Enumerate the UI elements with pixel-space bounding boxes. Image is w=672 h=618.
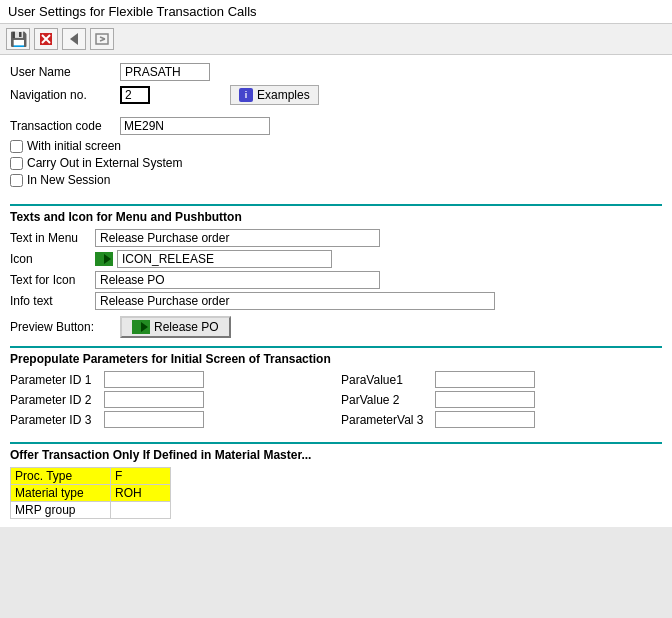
param-id-2-label: Parameter ID 2 xyxy=(10,393,100,407)
examples-button[interactable]: i Examples xyxy=(230,85,319,105)
param-id-3-label: Parameter ID 3 xyxy=(10,413,100,427)
parameter-val-3-label: ParameterVal 3 xyxy=(341,413,431,427)
examples-label: Examples xyxy=(257,88,310,102)
preview-btn-label: Release PO xyxy=(154,320,219,334)
parameter-val-3-input[interactable] xyxy=(435,411,535,428)
nav-no-row: Navigation no. i Examples xyxy=(10,85,662,105)
preview-button[interactable]: Release PO xyxy=(120,316,231,338)
text-for-icon-input[interactable] xyxy=(95,271,380,289)
param-id-2-row: Parameter ID 2 xyxy=(10,391,331,408)
window-title: User Settings for Flexible Transaction C… xyxy=(0,0,672,24)
text-for-icon-label: Text for Icon xyxy=(10,273,95,287)
transaction-code-input[interactable] xyxy=(120,117,270,135)
toolbar: 💾 xyxy=(0,24,672,55)
in-new-session-checkbox[interactable] xyxy=(10,174,23,187)
text-in-menu-row: Text in Menu xyxy=(10,229,662,247)
param-id-1-row: Parameter ID 1 xyxy=(10,371,331,388)
carry-out-label: Carry Out in External System xyxy=(27,156,182,170)
flag-icon xyxy=(95,252,113,266)
transaction-code-label: Transaction code xyxy=(10,119,120,133)
svg-marker-3 xyxy=(70,33,78,45)
save-button[interactable]: 💾 xyxy=(6,28,30,50)
table-cell-value[interactable]: F xyxy=(111,468,171,485)
with-initial-screen-checkbox[interactable] xyxy=(10,140,23,153)
text-for-icon-row: Text for Icon xyxy=(10,271,662,289)
table-cell-label: Proc. Type xyxy=(11,468,111,485)
svg-rect-4 xyxy=(96,34,108,44)
preview-flag-icon xyxy=(132,320,150,334)
table-cell-value[interactable] xyxy=(111,502,171,519)
table-cell-label: Material type xyxy=(11,485,111,502)
svg-line-6 xyxy=(100,39,105,41)
info-text-label: Info text xyxy=(10,294,95,308)
icon-label: Icon xyxy=(10,252,95,266)
transaction-code-row: Transaction code xyxy=(10,117,662,135)
table-cell-value[interactable]: ROH xyxy=(111,485,171,502)
delete-button[interactable] xyxy=(34,28,58,50)
preview-section: Preview Button: Release PO xyxy=(10,316,662,338)
para-value-1-row: ParaValue1 xyxy=(341,371,662,388)
table-cell-label: MRP group xyxy=(11,502,111,519)
text-in-menu-label: Text in Menu xyxy=(10,231,95,245)
parameter-val-3-row: ParameterVal 3 xyxy=(341,411,662,428)
forward-button[interactable] xyxy=(90,28,114,50)
para-value-1-input[interactable] xyxy=(435,371,535,388)
info-icon: i xyxy=(239,88,253,102)
main-content: User Name Navigation no. i Examples Tran… xyxy=(0,55,672,527)
param-id-3-input[interactable] xyxy=(104,411,204,428)
info-text-input[interactable] xyxy=(95,292,495,310)
icon-input[interactable] xyxy=(117,250,332,268)
icon-row: Icon xyxy=(10,250,662,268)
text-in-menu-input[interactable] xyxy=(95,229,380,247)
user-name-row: User Name xyxy=(10,63,662,81)
table-row: MRP group xyxy=(11,502,171,519)
para-value-1-label: ParaValue1 xyxy=(341,373,431,387)
table-row: Proc. TypeF xyxy=(11,468,171,485)
params-divider xyxy=(10,346,662,348)
user-name-input[interactable] xyxy=(120,63,210,81)
offer-section-title: Offer Transaction Only If Defined in Mat… xyxy=(10,448,662,462)
nav-no-label: Navigation no. xyxy=(10,88,120,102)
material-table: Proc. TypeFMaterial typeROHMRP group xyxy=(10,467,171,519)
param-id-1-label: Parameter ID 1 xyxy=(10,373,100,387)
par-value-2-label: ParValue 2 xyxy=(341,393,431,407)
table-row: Material typeROH xyxy=(11,485,171,502)
texts-section-title: Texts and Icon for Menu and Pushbutton xyxy=(10,210,662,224)
param-id-1-input[interactable] xyxy=(104,371,204,388)
params-grid: Parameter ID 1 ParaValue1 Parameter ID 2… xyxy=(10,371,662,428)
texts-divider xyxy=(10,204,662,206)
with-initial-screen-row: With initial screen xyxy=(10,139,662,153)
nav-no-input[interactable] xyxy=(120,86,150,104)
carry-out-row: Carry Out in External System xyxy=(10,156,662,170)
back-button[interactable] xyxy=(62,28,86,50)
preview-label: Preview Button: xyxy=(10,320,120,334)
in-new-session-label: In New Session xyxy=(27,173,110,187)
offer-divider xyxy=(10,442,662,444)
in-new-session-row: In New Session xyxy=(10,173,662,187)
params-section-title: Prepopulate Parameters for Initial Scree… xyxy=(10,352,662,366)
info-text-row: Info text xyxy=(10,292,662,310)
par-value-2-input[interactable] xyxy=(435,391,535,408)
par-value-2-row: ParValue 2 xyxy=(341,391,662,408)
carry-out-checkbox[interactable] xyxy=(10,157,23,170)
param-id-3-row: Parameter ID 3 xyxy=(10,411,331,428)
param-id-2-input[interactable] xyxy=(104,391,204,408)
with-initial-screen-label: With initial screen xyxy=(27,139,121,153)
user-name-label: User Name xyxy=(10,65,120,79)
